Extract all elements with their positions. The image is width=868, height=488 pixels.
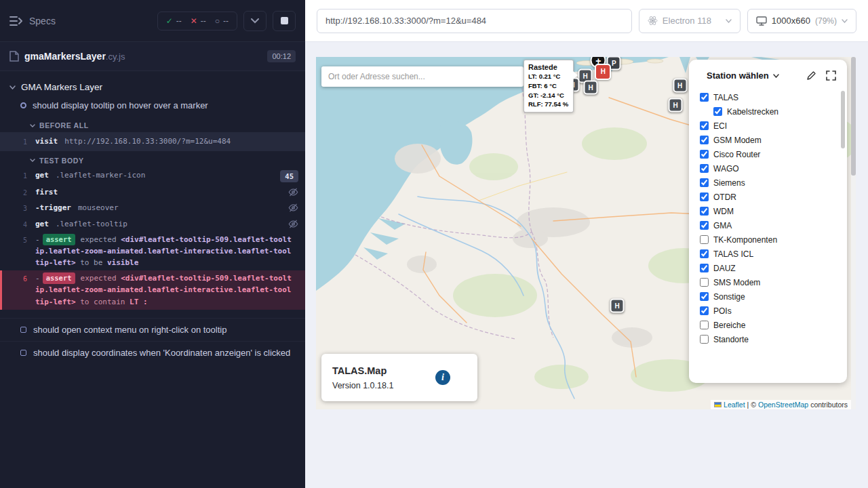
layer-checkbox-row[interactable]: ECI xyxy=(700,119,840,133)
layer-checkbox-row[interactable]: DAUZ xyxy=(700,261,840,275)
cypress-runner-sidebar: Specs ✓-- ✕-- ○-- gmaMarkersLayer.cy.js … xyxy=(0,0,305,488)
expand-fullscreen-icon[interactable] xyxy=(826,70,836,81)
layer-checkbox[interactable] xyxy=(700,178,709,187)
osm-link[interactable]: OpenStreetMap xyxy=(758,401,808,409)
layer-checkbox[interactable] xyxy=(700,278,709,287)
app-scrollbar[interactable] xyxy=(851,57,856,409)
before-all-section-header[interactable]: BEFORE ALL xyxy=(0,116,305,132)
layer-checkbox[interactable] xyxy=(700,192,709,201)
command-text: -assertexpected <div#leaflet-tooltip-509… xyxy=(35,272,298,307)
app-title: TALAS.Map xyxy=(332,365,393,376)
layer-checkbox[interactable] xyxy=(700,321,709,329)
layer-checkbox[interactable] xyxy=(700,207,709,216)
layer-checkbox-row[interactable]: GSM Modem xyxy=(700,133,840,147)
layer-label: Sonstige xyxy=(713,292,745,302)
spec-header[interactable]: gmaMarkersLayer.cy.js 00:12 xyxy=(0,42,305,71)
command-row[interactable]: 6 -assertexpected <div#leaflet-tooltip-5… xyxy=(0,270,305,309)
active-test-row[interactable]: should display tooltip on hover over a m… xyxy=(0,99,305,116)
leaflet-map[interactable]: +PHHHHHHH Rastede LT: 0.21 °CFBT: 6 °CGT… xyxy=(316,57,856,409)
layer-checkbox[interactable] xyxy=(700,164,709,173)
viewport-selector[interactable]: 1000x660 (79%) xyxy=(747,9,856,33)
collapse-button[interactable] xyxy=(243,11,267,31)
layer-label: Siemens xyxy=(713,178,745,188)
test-item[interactable]: should open context menu on right-click … xyxy=(0,318,305,341)
test-body-section-header[interactable]: TEST BODY xyxy=(0,151,305,167)
info-icon[interactable]: i xyxy=(435,370,450,385)
map-marker[interactable]: H xyxy=(669,98,683,112)
command-right xyxy=(288,218,298,229)
layer-checkbox[interactable] xyxy=(700,335,709,344)
layer-checkbox[interactable] xyxy=(700,249,709,258)
map-marker[interactable]: H xyxy=(584,80,598,94)
edit-pencil-icon[interactable] xyxy=(806,70,816,81)
layer-checkbox-row[interactable]: TK-Komponenten xyxy=(700,232,840,247)
map-marker[interactable]: H xyxy=(595,64,611,80)
command-number: 3 xyxy=(0,202,35,214)
specs-menu-icon[interactable] xyxy=(9,16,23,26)
layer-label: Bereiche xyxy=(713,321,745,330)
layer-checkbox[interactable] xyxy=(700,121,709,130)
layer-checkbox-row[interactable]: Standorte xyxy=(700,332,840,346)
command-right xyxy=(288,186,298,197)
layer-label: TALAS ICL xyxy=(713,249,753,259)
layer-checkbox[interactable] xyxy=(700,221,709,230)
chevron-down-icon[interactable] xyxy=(773,74,779,78)
layer-checkbox-row[interactable]: OTDR xyxy=(700,190,840,204)
chevron-down-icon xyxy=(842,19,848,23)
tooltip-value-row: RLF: 77.54 % xyxy=(528,100,569,109)
electron-icon xyxy=(648,16,658,26)
command-number: 5 xyxy=(0,234,35,246)
layer-checkbox[interactable] xyxy=(700,306,709,315)
layer-checkbox-row[interactable]: Cisco Router xyxy=(700,147,840,161)
map-marker[interactable]: H xyxy=(673,79,687,93)
layer-checkbox-row[interactable]: Bereiche xyxy=(700,318,840,332)
command-row[interactable]: 3 -triggermouseover xyxy=(0,200,305,216)
tooltip-value-row: LT: 0.21 °C xyxy=(528,72,569,81)
panel-scrollbar[interactable] xyxy=(841,91,845,148)
test-title: should display coordinates when 'Koordin… xyxy=(33,348,290,358)
command-method: -trigger xyxy=(35,203,71,212)
layer-checkbox[interactable] xyxy=(700,292,709,301)
layer-checkbox[interactable] xyxy=(700,136,709,144)
layer-checkbox-row[interactable]: Siemens xyxy=(700,176,840,190)
x-icon: ✕ xyxy=(191,16,197,26)
map-search-input[interactable] xyxy=(321,72,524,81)
url-input[interactable] xyxy=(317,9,632,33)
command-row[interactable]: 2 first xyxy=(0,184,305,201)
command-row[interactable]: 5 -assertexpected <div#leaflet-tooltip-5… xyxy=(0,232,305,270)
suite-row[interactable]: GMA Markers Layer xyxy=(0,75,305,99)
layer-checkbox-row[interactable]: Kabelstrecken xyxy=(700,104,840,119)
layer-checkbox-row[interactable]: POIs xyxy=(700,304,840,318)
test-stats-group: ✓-- ✕-- ○-- xyxy=(157,12,237,30)
layer-checkbox-row[interactable]: GMA xyxy=(700,218,840,232)
viewport-size: 1000x660 xyxy=(772,16,810,26)
layer-checkbox-row[interactable]: SMS Modem xyxy=(700,275,840,289)
map-marker[interactable]: H xyxy=(610,299,625,313)
command-row[interactable]: 1 visithttp://192.168.10.33:3000/?m=12&u… xyxy=(0,132,305,151)
layer-checkbox-row[interactable]: TALAS ICL xyxy=(700,247,840,261)
marker-glyph: H xyxy=(601,68,606,75)
assert-chip: assert xyxy=(43,234,75,245)
scrollbar-thumb[interactable] xyxy=(851,57,856,176)
layer-checkbox[interactable] xyxy=(700,150,709,159)
layer-label: Kabelstrecken xyxy=(727,107,778,117)
layer-label: GMA xyxy=(713,221,732,230)
layer-checkbox-row[interactable]: TALAS xyxy=(700,90,840,104)
command-row[interactable]: 1 get.leaflet-marker-icon 45 xyxy=(0,167,305,184)
layer-checkbox[interactable] xyxy=(700,264,709,272)
layer-checkbox[interactable] xyxy=(713,107,722,116)
specs-label[interactable]: Specs xyxy=(29,16,56,26)
command-row[interactable]: 4 get.leaflet-tooltip xyxy=(0,216,305,232)
stop-button[interactable] xyxy=(273,11,296,31)
test-body-commands: 1 get.leaflet-marker-icon 45 2 first 3 -… xyxy=(0,167,305,310)
test-item[interactable]: should display coordinates when 'Koordin… xyxy=(0,341,305,364)
layer-checkbox[interactable] xyxy=(700,235,709,244)
layer-checkbox-row[interactable]: WDM xyxy=(700,204,840,218)
browser-selector[interactable]: Electron 118 xyxy=(639,9,741,33)
layer-checkbox-row[interactable]: Sonstige xyxy=(700,289,840,304)
layer-checkbox[interactable] xyxy=(700,93,709,102)
layer-checkbox-row[interactable]: WAGO xyxy=(700,161,840,176)
station-panel-title[interactable]: Station wählen xyxy=(707,70,769,81)
command-number: 1 xyxy=(0,169,35,182)
leaflet-link[interactable]: Leaflet xyxy=(724,401,745,409)
